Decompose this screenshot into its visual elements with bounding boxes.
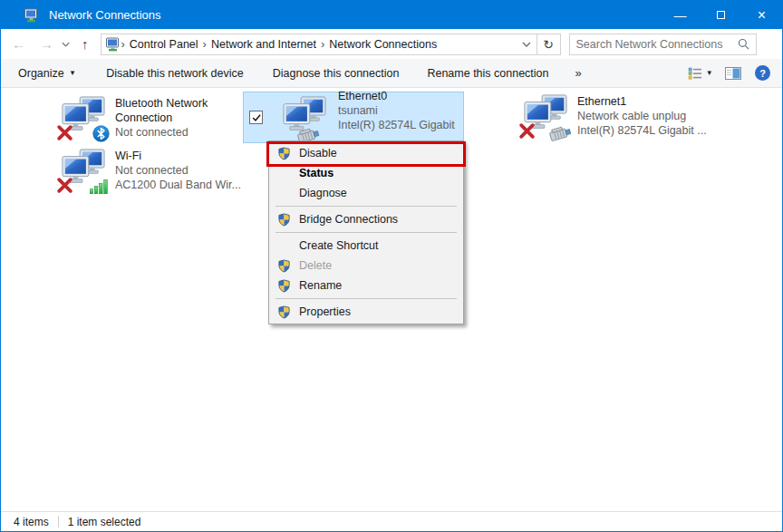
refresh-button[interactable]: ↻ [537,34,561,55]
statusbar-divider [58,516,59,527]
address-dropdown-icon[interactable] [522,42,531,47]
close-icon: × [758,7,766,24]
forward-icon[interactable]: → [40,36,53,52]
menu-item-rename[interactable]: Rename [269,276,463,295]
menu-item-delete: Delete [269,256,463,276]
crumb-network-and-internet[interactable]: Network and Internet [207,38,321,51]
network-adapter-icon [282,95,327,140]
connection-status: tsunami [338,103,463,118]
connection-name: Ethernet1 [577,94,713,109]
connection-name: Ethernet0 [338,89,463,103]
menu-item-label: Diagnose [299,187,347,199]
menu-item-label: Rename [299,279,342,292]
connection-wifi[interactable]: Wi-Fi Not connected AC1200 Dual Band Wir… [61,148,251,193]
menu-separator [276,206,457,207]
uac-shield-icon [269,279,299,293]
connection-name: Bluetooth Network Connection [115,96,244,125]
connection-text: Wi-Fi Not connected AC1200 Dual Band Wir… [115,148,251,193]
menu-item-bridge-connections[interactable]: Bridge Connections [269,209,463,229]
crumb-network-connections[interactable]: Network Connections [324,38,441,51]
recent-locations-icon[interactable] [62,42,70,47]
close-button[interactable]: × [741,1,782,29]
ethernet-plug-icon [548,125,573,142]
menu-item-disable[interactable]: Disable [269,143,463,163]
network-adapter-icon [523,93,568,139]
disable-device-button[interactable]: Disable this network device [106,67,243,80]
connection-status: Not connected [115,163,251,178]
up-icon[interactable]: ↑ [82,36,89,52]
connection-text: Ethernet0 tsunami Intel(R) 82574L Gigabi… [338,88,463,147]
menu-item-label: Bridge Connections [299,213,398,226]
command-toolbar: Organize ▾ Disable this network device D… [1,59,782,88]
check-icon [251,112,262,123]
minimize-icon: — [674,8,687,23]
maximize-button[interactable] [701,1,741,29]
rename-connection-button[interactable]: Rename this connection [427,67,548,80]
address-strip: › Control Panel › Network and Internet ›… [101,34,561,55]
bluetooth-icon [92,125,110,142]
toolbar-overflow-icon[interactable]: » [575,66,582,80]
connection-text: Ethernet1 Network cable unplug Intel(R) … [577,93,713,139]
items-count: 4 items [14,516,49,528]
uac-shield-icon [269,305,299,319]
chevron-down-icon: ▾ [707,69,711,77]
organize-label: Organize [18,67,64,80]
help-icon: ? [759,68,766,79]
titlebar: Network Connections — × [1,1,782,29]
menu-item-properties[interactable]: Properties [269,302,463,322]
search-icon[interactable] [738,38,749,50]
connection-name: Wi-Fi [115,149,251,163]
uac-shield-icon [269,213,299,227]
menu-item-create-shortcut[interactable]: Create Shortcut [269,236,463,256]
search-input[interactable] [570,37,738,52]
back-icon[interactable]: ← [12,36,25,52]
chevron-down-icon: ▾ [71,69,75,77]
minimize-button[interactable]: — [660,1,701,29]
connection-status: Not connected [115,125,244,140]
refresh-icon: ↻ [543,37,554,52]
diagnose-connection-button[interactable]: Diagnose this connection [273,67,400,80]
context-menu: Disable Status Diagnose Bridge Connectio… [268,140,464,324]
connection-bluetooth[interactable]: Bluetooth Network Connection Not connect… [61,95,244,140]
menu-item-status[interactable]: Status [269,163,463,183]
network-connections-window: Network Connections — × ← → ↑ › Control … [0,0,783,532]
connection-ethernet0-selected[interactable]: Ethernet0 tsunami Intel(R) 82574L Gigabi… [243,92,464,143]
menu-item-label: Status [299,167,334,179]
wifi-signal-icon [90,179,109,194]
view-controls: ▾ ? [688,65,770,81]
organize-button[interactable]: Organize ▾ [18,67,74,80]
selection-count: 1 item selected [68,516,141,528]
network-adapter-icon [61,148,106,193]
connection-detail: AC1200 Dual Band Wir... [115,178,251,192]
menu-separator [276,232,457,233]
connections-list: Bluetooth Network Connection Not connect… [1,88,782,511]
selection-checkbox[interactable] [249,111,263,124]
connection-text: Bluetooth Network Connection Not connect… [115,95,244,140]
menu-separator [276,298,457,299]
disconnected-x-icon [518,122,536,140]
search-box [569,34,757,55]
menu-item-diagnose[interactable]: Diagnose [269,183,463,203]
disconnected-x-icon [56,124,73,141]
connection-detail: Intel(R) 82574L Gigabit ... [577,123,713,138]
window-title: Network Connections [49,8,161,22]
breadcrumb[interactable]: › Control Panel › Network and Internet ›… [101,34,537,55]
disconnected-x-icon [56,177,73,194]
network-adapter-icon [61,95,106,140]
menu-item-label: Create Shortcut [299,239,379,252]
help-button[interactable]: ? [755,65,770,81]
status-bar: 4 items 1 item selected [1,511,782,531]
window-controls: — × [660,1,782,29]
maximize-icon [717,11,725,19]
connection-ethernet1[interactable]: Ethernet1 Network cable unplug Intel(R) … [523,93,713,139]
menu-item-label: Disable [299,147,337,160]
app-icon [24,8,40,23]
preview-pane-icon[interactable] [725,67,741,80]
menu-item-label: Properties [299,305,351,318]
connection-status: Network cable unplug [577,109,713,123]
details-view-icon [688,67,702,80]
crumb-control-panel[interactable]: Control Panel [125,38,203,51]
menu-item-label: Delete [299,259,332,272]
uac-shield-icon [269,259,299,273]
change-view-button[interactable]: ▾ [688,67,711,80]
